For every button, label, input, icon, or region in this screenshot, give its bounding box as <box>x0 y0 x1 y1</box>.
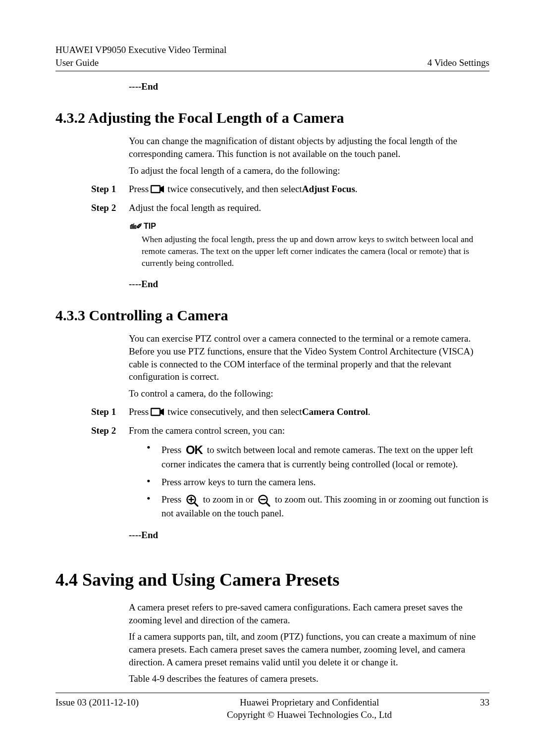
text-part: twice consecutively, and then select <box>167 183 302 196</box>
svg-rect-1 <box>151 408 160 415</box>
section-44-title: 4.4 Saving and Using Camera Presets <box>55 568 489 592</box>
section-433-title: 4.3.3 Controlling a Camera <box>55 305 489 326</box>
step-label: Step 1 <box>91 405 129 418</box>
section-432-step2: Step 2 Adjust the focal length as requir… <box>91 202 489 214</box>
text-part: Press <box>129 183 149 196</box>
list-item: Press to zoom in or to zoom out. This zo… <box>145 493 489 519</box>
text-part: to switch between local and remote camer… <box>161 445 473 469</box>
text-bold: Adjust Focus <box>302 183 355 196</box>
step-body: Press twice consecutively, and then sele… <box>129 183 489 196</box>
step-label: Step 1 <box>91 183 129 196</box>
footer-copyright: Copyright © Huawei Technologies Co., Ltd <box>139 708 480 721</box>
tip-block: 🖮✐ TIP When adjusting the focal length, … <box>130 219 489 269</box>
text-part: Press <box>129 405 149 418</box>
end-marker: ----End <box>129 278 489 291</box>
section-432-p2: To adjust the focal length of a camera, … <box>129 164 489 177</box>
svg-line-7 <box>267 503 270 506</box>
section-433-p1: You can exercise PTZ control over a came… <box>129 332 489 383</box>
header-product: HUAWEI VP9050 Executive Video Terminal <box>55 44 226 56</box>
ok-button-icon: OK <box>186 443 203 456</box>
footer-page-number: 33 <box>480 696 489 721</box>
list-item: Press OK to switch between local and rem… <box>145 442 489 471</box>
svg-rect-0 <box>151 186 160 193</box>
footer-rule <box>55 693 489 693</box>
zoom-out-icon <box>258 494 270 507</box>
section-433-step1: Step 1 Press twice consecutively, and th… <box>91 405 489 418</box>
step-label: Step 2 <box>91 202 129 214</box>
section-44-p2: If a camera supports pan, tilt, and zoom… <box>129 630 489 668</box>
zoom-in-icon <box>186 494 199 507</box>
page-footer: Issue 03 (2011-12-10) Huawei Proprietary… <box>55 693 489 721</box>
list-item: Press arrow keys to turn the camera lens… <box>145 476 489 489</box>
tip-label: 🖮✐ TIP <box>130 221 156 232</box>
section-432-step1: Step 1 Press twice consecutively, and th… <box>91 183 489 196</box>
section-433-step2: Step 2 From the camera control screen, y… <box>91 424 489 437</box>
step-body: From the camera control screen, you can: <box>129 424 489 437</box>
header-rule <box>55 71 489 71</box>
bullet-list: Press OK to switch between local and rem… <box>145 442 489 520</box>
header-guide: User Guide <box>55 56 226 69</box>
text-part: to zoom in or <box>203 494 256 504</box>
svg-line-3 <box>194 503 198 506</box>
end-marker: ----End <box>129 80 489 93</box>
text-part: Press <box>161 445 184 455</box>
text-part: . <box>355 183 358 196</box>
section-44-p1: A camera preset refers to pre-saved came… <box>129 601 489 626</box>
camera-icon <box>151 407 165 417</box>
section-44-p3: Table 4-9 describes the features of came… <box>129 672 489 685</box>
section-433-p2: To control a camera, do the following: <box>129 387 489 400</box>
tip-text: When adjusting the focal length, press t… <box>142 234 489 269</box>
step-label: Step 2 <box>91 424 129 437</box>
text-part: Press <box>161 494 184 504</box>
step-body: Adjust the focal length as required. <box>129 202 489 214</box>
section-432-p1: You can change the magnification of dist… <box>129 135 489 160</box>
step-body: Press twice consecutively, and then sele… <box>129 405 489 418</box>
section-432-title: 4.3.2 Adjusting the Focal Length of a Ca… <box>55 108 489 128</box>
header-chapter: 4 Video Settings <box>428 56 489 69</box>
text-part: twice consecutively, and then select <box>167 405 302 418</box>
text-part: . <box>368 405 371 418</box>
text-bold: Camera Control <box>302 405 368 418</box>
key-pen-icon: 🖮✐ <box>130 221 142 231</box>
page-header: HUAWEI VP9050 Executive Video Terminal U… <box>55 44 489 69</box>
footer-issue: Issue 03 (2011-12-10) <box>55 696 139 721</box>
footer-confidential: Huawei Proprietary and Confidential <box>139 696 480 709</box>
camera-icon <box>151 184 165 194</box>
tip-label-text: TIP <box>144 221 156 232</box>
end-marker: ----End <box>129 529 489 542</box>
